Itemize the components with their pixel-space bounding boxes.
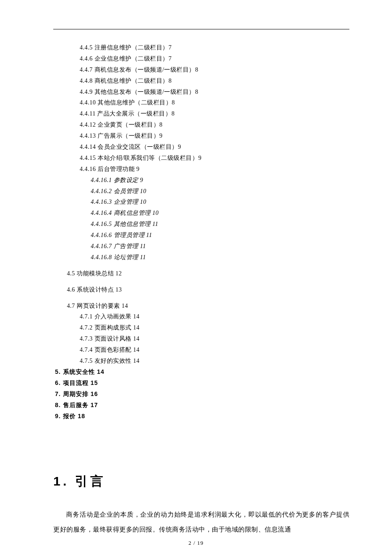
toc-entry: 4.7.2 页面构成形式 14 xyxy=(53,322,349,333)
toc-entry: 4.4.5 注册信息维护（二级栏目）7 xyxy=(53,42,349,53)
section-heading: 1. 引言 xyxy=(53,473,349,490)
toc-entry-major: 8. 售后服务 17 xyxy=(53,400,349,411)
toc-entry-major: 9. 报价 18 xyxy=(53,411,349,422)
toc-entry: 4.6 系统设计特点 13 xyxy=(53,284,349,295)
toc-entry-sub: 4.4.16.6 管理员管理 11 xyxy=(53,230,349,241)
toc-entry-sub: 4.4.16.8 论坛管理 11 xyxy=(53,252,349,263)
toc-entry: 4.4.7 商机信息发布（一级频道/一级栏目）8 xyxy=(53,64,349,75)
toc-entry: 4.4.10 其他信息维护（二级栏目）8 xyxy=(53,97,349,108)
toc-entry: 4.4.11 产品大全展示（一级栏目）8 xyxy=(53,108,349,119)
toc-entry: 4.4.8 商机信息维护（二级栏目）8 xyxy=(53,75,349,87)
toc-entry: 4.4.16 后台管理功能 9 xyxy=(53,164,349,175)
toc-entry: 4.7 网页设计的要素 14 xyxy=(53,301,349,312)
toc-entry: 4.4.15 本站介绍/联系我们等（二级级栏目）9 xyxy=(53,153,349,164)
toc-entry: 4.5 功能模块总结 12 xyxy=(53,268,349,279)
toc-entry: 4.4.12 企业黄页（一级栏目）8 xyxy=(53,119,349,130)
toc-entry-sub: 4.4.16.5 其他信息管理 11 xyxy=(53,219,349,230)
toc-entry: 4.4.14 会员企业交流区（一级栏目）9 xyxy=(53,142,349,153)
toc-entry: 4.7.4 页面色彩搭配 14 xyxy=(53,344,349,356)
paragraph-text: 商务活动是企业的本质，企业的动力始终是追求利润最大化，即以最低的代价为更多的客户… xyxy=(53,511,349,533)
page-number: 2 / 19 xyxy=(0,540,392,546)
toc-entry: 4.4.6 企业信息维护（二级栏目）7 xyxy=(53,53,349,64)
toc-entry: 4.4.13 广告展示（一级栏目）9 xyxy=(53,130,349,142)
toc-entry-sub: 4.4.16.1 参数设定 9 xyxy=(53,175,349,186)
header-rule xyxy=(53,29,349,29)
toc-entry: 4.4.9 其他信息发布（一级频道/一级栏目）8 xyxy=(53,87,349,98)
table-of-contents: 4.4.5 注册信息维护（二级栏目）7 4.4.6 企业信息维护（二级栏目）7 … xyxy=(53,42,349,422)
toc-entry-sub: 4.4.16.7 广告管理 11 xyxy=(53,241,349,252)
body-paragraph: 商务活动是企业的本质，企业的动力始终是追求利润最大化，即以最低的代价为更多的客户… xyxy=(53,507,349,537)
document-page: 4.4.5 注册信息维护（二级栏目）7 4.4.6 企业信息维护（二级栏目）7 … xyxy=(0,0,392,555)
toc-entry-major: 6. 项目流程 15 xyxy=(53,378,349,389)
toc-entry-sub: 4.4.16.3 企业管理 10 xyxy=(53,197,349,208)
toc-entry-major: 7. 周期安排 16 xyxy=(53,389,349,400)
toc-entry: 4.7.1 介入动画效果 14 xyxy=(53,311,349,322)
toc-entry-sub: 4.4.16.4 商机信息管理 10 xyxy=(53,208,349,219)
toc-entry: 4.7.3 页面设计风格 14 xyxy=(53,333,349,344)
toc-entry: 4.7.5 友好的实效性 14 xyxy=(53,356,349,367)
toc-entry-sub: 4.4.16.2 会员管理 10 xyxy=(53,186,349,197)
toc-entry-major: 5. 系统安全性 14 xyxy=(53,367,349,378)
